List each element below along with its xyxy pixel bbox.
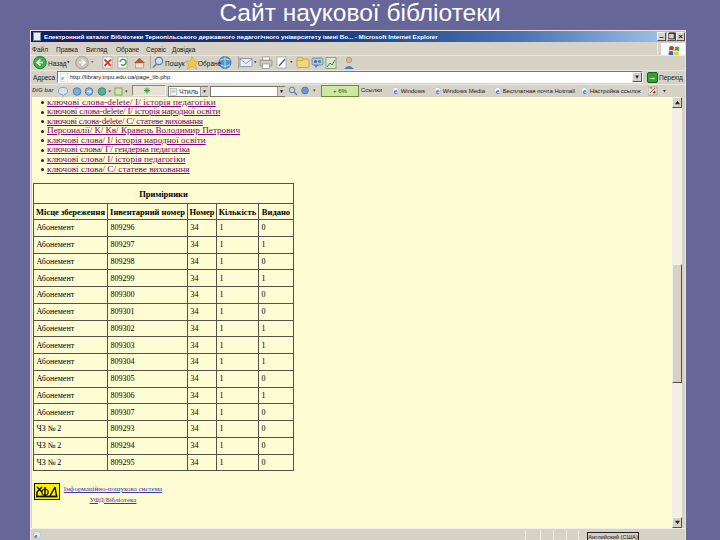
- svg-text:e: e: [61, 74, 64, 82]
- svg-text:e: e: [34, 532, 37, 540]
